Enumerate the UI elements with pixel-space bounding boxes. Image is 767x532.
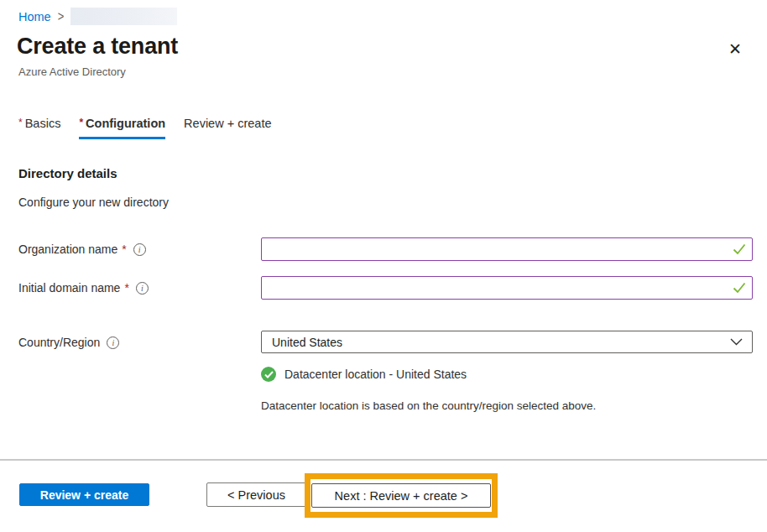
success-check-icon [261, 367, 276, 382]
info-icon[interactable]: i [136, 282, 149, 295]
datacenter-status: Datacenter location - United States [261, 367, 467, 382]
organization-name-label: Organization name * i [18, 243, 146, 256]
create-tenant-page: Home > Create a tenant Azure Active Dire… [0, 0, 767, 532]
section-description: Configure your new directory [18, 196, 169, 209]
tab-review-create-label: Review + create [184, 117, 271, 130]
datacenter-note: Datacenter location is based on the coun… [261, 399, 596, 412]
tab-basics[interactable]: *Basics [18, 117, 60, 139]
label-text: Initial domain name [18, 281, 120, 295]
country-region-dropdown[interactable]: United States [261, 331, 753, 353]
label-text: Country/Region [18, 336, 100, 349]
page-title: Create a tenant [17, 34, 178, 60]
chevron-down-icon [730, 338, 743, 346]
valid-check-icon [733, 243, 746, 255]
initial-domain-name-label: Initial domain name * i [18, 281, 149, 295]
required-marker: * [18, 117, 23, 128]
tab-bar: *Basics *Configuration Review + create [18, 117, 271, 139]
initial-domain-name-input[interactable] [261, 276, 753, 300]
initial-domain-name-field [261, 276, 753, 300]
tab-review-create[interactable]: Review + create [184, 117, 271, 139]
required-marker: * [79, 117, 83, 128]
page-subtitle: Azure Active Directory [18, 65, 126, 78]
next-button-highlight-annotation: Next : Review + create > [305, 473, 498, 518]
review-create-button[interactable]: Review + create [19, 483, 149, 506]
tab-basics-label: Basics [25, 117, 61, 130]
tab-configuration-label: Configuration [86, 117, 165, 130]
footer-divider [0, 459, 767, 461]
breadcrumb: Home > [18, 8, 177, 25]
label-text: Organization name [18, 243, 117, 256]
breadcrumb-redacted-item[interactable] [70, 8, 177, 25]
organization-name-field [261, 237, 753, 261]
organization-name-input[interactable] [261, 237, 753, 261]
required-marker: * [124, 281, 128, 295]
previous-button[interactable]: < Previous [206, 482, 306, 507]
breadcrumb-home-link[interactable]: Home [18, 10, 51, 23]
required-marker: * [122, 243, 126, 256]
info-icon[interactable]: i [133, 243, 146, 256]
breadcrumb-separator-icon: > [58, 8, 65, 24]
section-heading: Directory details [18, 166, 117, 180]
tab-configuration[interactable]: *Configuration [79, 117, 165, 139]
next-review-create-button[interactable]: Next : Review + create > [311, 483, 491, 508]
info-icon[interactable]: i [107, 336, 119, 349]
valid-check-icon [733, 282, 746, 294]
datacenter-status-text: Datacenter location - United States [284, 368, 467, 381]
country-region-label: Country/Region i [18, 336, 119, 349]
country-region-selected-value: United States [272, 336, 342, 349]
close-icon: ✕ [728, 39, 742, 59]
close-button[interactable]: ✕ [723, 37, 747, 60]
